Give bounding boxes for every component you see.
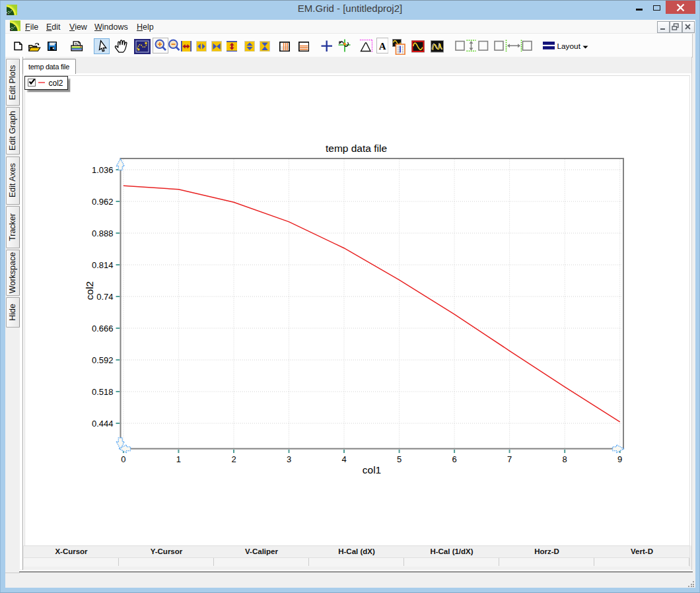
svg-text:3: 3 — [287, 454, 291, 464]
svg-text:0.814: 0.814 — [92, 260, 114, 270]
svg-text:0.592: 0.592 — [92, 355, 114, 365]
svg-text:col1: col1 — [363, 464, 381, 475]
svg-text:1: 1 — [176, 454, 181, 464]
svg-text:1.036: 1.036 — [92, 165, 114, 175]
svg-text:0: 0 — [121, 454, 125, 464]
svg-text:0.74: 0.74 — [96, 292, 113, 302]
svg-text:4: 4 — [341, 454, 346, 464]
svg-text:2: 2 — [231, 454, 236, 464]
svg-text:0.518: 0.518 — [92, 387, 114, 397]
svg-text:0.962: 0.962 — [92, 197, 114, 207]
svg-text:0.666: 0.666 — [92, 324, 114, 333]
svg-text:5: 5 — [397, 454, 402, 464]
svg-text:6: 6 — [452, 454, 456, 464]
svg-text:col2: col2 — [84, 281, 95, 300]
svg-text:A: A — [378, 41, 386, 52]
svg-text:7: 7 — [507, 454, 512, 464]
svg-text:0.444: 0.444 — [92, 419, 114, 429]
svg-text:9: 9 — [617, 454, 622, 464]
svg-text:0.888: 0.888 — [92, 228, 114, 238]
svg-text:temp data file: temp data file — [326, 143, 387, 154]
svg-text:8: 8 — [563, 454, 567, 464]
